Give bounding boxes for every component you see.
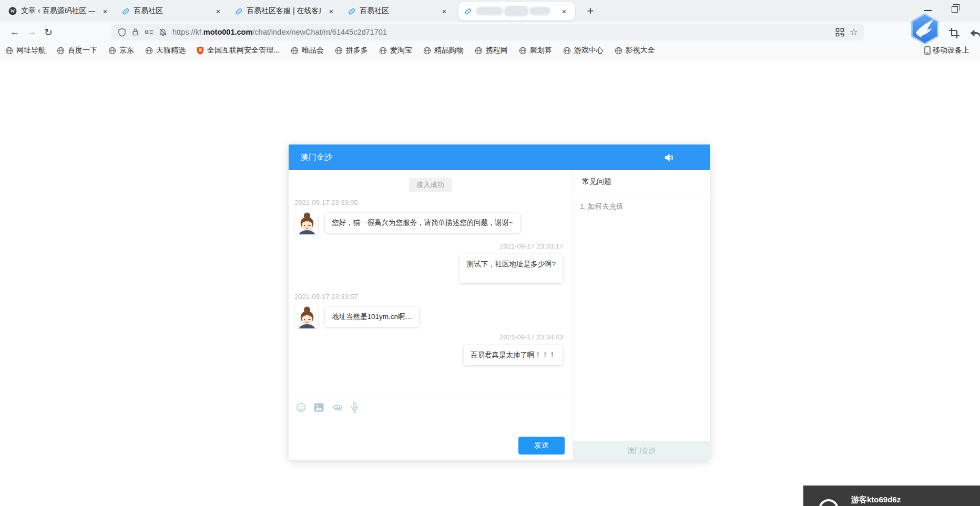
bookmark-label: 影视大全 (626, 46, 655, 55)
tab-bar: W 文章 ‹ 百易源码社区 — WordP × 百易社区 × 百易社区客服 | … (0, 0, 980, 22)
notifications-blocked-icon[interactable] (159, 28, 167, 36)
bookmark-label: 精品购物 (434, 46, 464, 55)
tab-title: 百易社区 (360, 6, 434, 16)
timestamp: 2021-09-17 23:33:05 (294, 199, 566, 206)
close-icon[interactable]: × (99, 5, 111, 17)
timestamp: 2021-09-17 23:34:43 (294, 333, 563, 341)
refresh-icon[interactable]: ↻ (40, 26, 57, 38)
lock-icon (131, 28, 139, 36)
close-icon[interactable]: × (558, 5, 570, 17)
send-button[interactable]: 发送 (518, 437, 565, 455)
bookmark-security-admin[interactable]: 全国互联网安全管理... (197, 46, 280, 55)
chat-header: 澳门金沙 (289, 144, 710, 170)
guest-username: 游客kto69d6z (851, 495, 901, 505)
bookmark-pinduoduo[interactable]: 拼多多 (335, 46, 368, 55)
bookmark-tmall[interactable]: 天猫精选 (145, 46, 186, 55)
shield-icon (118, 28, 126, 37)
reader-mode-icon[interactable] (145, 28, 154, 36)
tab-baiyi-community-1[interactable]: 百易社区 × (116, 2, 229, 20)
bookmark-yingshi[interactable]: 影视大全 (615, 46, 655, 55)
chat-window: 澳门金沙 接入成功 2021-09-17 23:33:05 (289, 144, 710, 460)
open-on-mobile-button[interactable]: 移动设备上 (924, 46, 975, 55)
mobile-label: 移动设备上 (933, 46, 969, 55)
tab-baiyi-community-2[interactable]: 百易社区 × (342, 2, 455, 20)
guest-avatar-icon (819, 499, 839, 506)
bookmark-label: 拼多多 (346, 46, 368, 55)
bookmark-baidu[interactable]: 百度一下 (57, 46, 97, 55)
image-upload-icon[interactable] (314, 402, 324, 413)
address-toolbar: ← → ↻ https://kf.moto001.com/chat/index/… (0, 22, 980, 42)
bookmark-label: 百度一下 (68, 46, 97, 55)
url-text: https://kf.moto001.com/chat/index/newCha… (172, 28, 830, 36)
faq-item[interactable]: 1. 如何去充值 (573, 193, 710, 220)
chat-body: 接入成功 2021-09-17 23:33:05 (289, 170, 710, 460)
wordpress-icon: W (8, 7, 17, 15)
tab-wordpress-article[interactable]: W 文章 ‹ 百易源码社区 — WordP × (3, 2, 116, 20)
tab-title: 百易社区客服 | 在线客服系统2.0 (247, 6, 321, 16)
attachment-icon[interactable] (332, 402, 343, 413)
undo-arrow-icon[interactable] (969, 27, 980, 39)
chat-bubble: 百易君真是太帅了啊！！！ (464, 345, 563, 365)
close-icon[interactable]: × (438, 5, 450, 17)
redacted-tab-title (476, 6, 554, 16)
bookmarks-bar: 网址导航 百度一下 京东 天猫精选 全国互联网安全管理... 唯品会 拼多多 爱… (0, 42, 980, 59)
bookmark-game-center[interactable]: 游戏中心 (563, 46, 604, 55)
minimize-icon[interactable] (924, 10, 932, 11)
bookmark-label: 全国互联网安全管理... (207, 46, 280, 55)
bookmark-star-icon[interactable]: ☆ (850, 26, 858, 38)
phone-icon (924, 46, 931, 55)
visitor-message-row: 百易君真是太帅了啊！！！ (294, 345, 566, 365)
timestamp: 2021-09-17 23:33:17 (294, 242, 563, 250)
tab-title: 文章 ‹ 百易源码社区 — WordP (21, 6, 95, 16)
sidebar-footer: 澳门金沙 (573, 441, 710, 460)
emoji-icon[interactable] (296, 402, 306, 413)
timestamp: 2021-09-17 23:33:57 (294, 293, 566, 301)
bookmark-label: 爱淘宝 (390, 46, 412, 55)
agent-message-row: 地址当然是101ym.cn啊… (294, 305, 566, 329)
microphone-icon[interactable] (351, 402, 359, 413)
agent-avatar (294, 211, 319, 235)
visitor-message-row: 测试下，社区地址是多少啊? (294, 254, 566, 283)
back-icon[interactable]: ← (6, 26, 23, 38)
link-icon (234, 7, 242, 15)
bookmark-label: 天猫精选 (156, 46, 186, 55)
status-badge: 接入成功 (409, 178, 452, 192)
link-icon (121, 7, 129, 15)
bookmark-label: 唯品会 (302, 46, 324, 55)
bookmark-label: 京东 (119, 46, 134, 55)
thunder-download-icon[interactable] (910, 13, 940, 45)
forward-icon[interactable]: → (23, 26, 40, 38)
message-input-area[interactable]: 发送 (289, 397, 573, 460)
screenshot-crop-icon[interactable] (948, 27, 960, 39)
bookmark-wangzhidaohang[interactable]: 网址导航 (5, 46, 46, 55)
chat-bubble: 测试下，社区地址是多少啊? (460, 254, 563, 283)
chat-bubble: 您好，猫一很高兴为您服务，请简单描述您的问题，谢谢~ (325, 213, 520, 233)
input-toolbar (289, 397, 573, 413)
tab-title: 百易社区 (134, 6, 208, 16)
url-bar[interactable]: https://kf.moto001.com/chat/index/newCha… (111, 24, 864, 40)
sound-icon[interactable] (663, 152, 674, 163)
bookmark-label: 游戏中心 (574, 46, 604, 55)
bookmark-vip[interactable]: 唯品会 (291, 46, 324, 55)
chat-title: 澳门金沙 (301, 152, 332, 162)
restore-window-icon[interactable] (952, 6, 958, 13)
tab-baiyi-kefu[interactable]: 百易社区客服 | 在线客服系统2.0 × (229, 2, 342, 20)
bookmark-jingpin[interactable]: 精品购物 (423, 46, 464, 55)
bookmark-label: 携程网 (486, 46, 508, 55)
bookmark-aitaobao[interactable]: 爱淘宝 (379, 46, 412, 55)
bookmark-label: 网址导航 (16, 46, 46, 55)
bookmark-juhuasuan[interactable]: 聚划算 (519, 46, 552, 55)
message-list: 接入成功 2021-09-17 23:33:05 (289, 170, 573, 397)
faq-title: 常见问题 (573, 170, 710, 193)
new-tab-button[interactable]: + (583, 3, 598, 19)
link-icon (464, 7, 472, 15)
qr-code-icon[interactable] (835, 28, 844, 37)
police-badge-icon (197, 46, 204, 55)
chat-bubble: 地址当然是101ym.cn啊… (325, 307, 419, 327)
close-icon[interactable]: × (325, 5, 337, 17)
close-icon[interactable]: × (212, 5, 224, 17)
agent-avatar (294, 305, 319, 329)
bookmark-jd[interactable]: 京东 (108, 46, 134, 55)
tab-active-chat[interactable]: × (458, 2, 575, 20)
bookmark-ctrip[interactable]: 携程网 (475, 46, 508, 55)
